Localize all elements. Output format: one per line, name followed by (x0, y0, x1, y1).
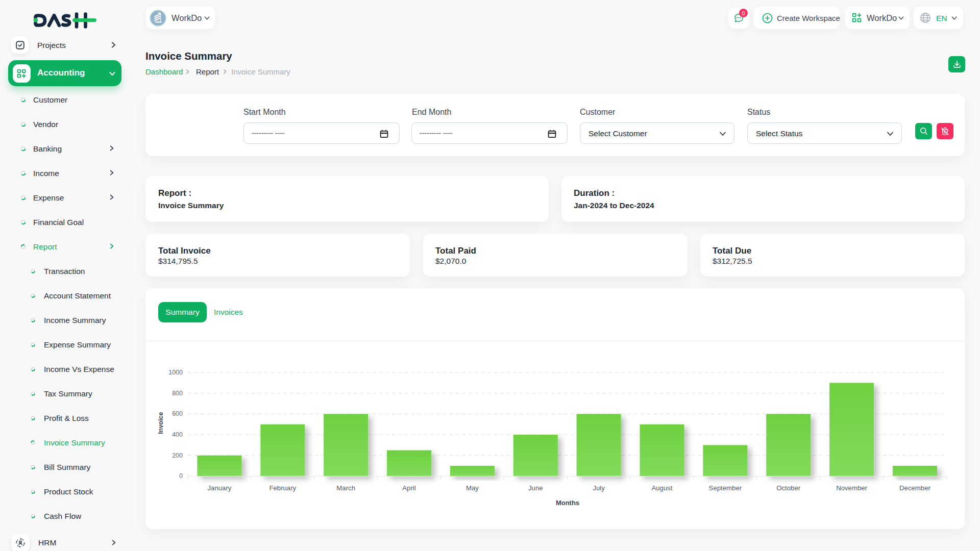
svg-text:January: January (207, 484, 231, 492)
svg-text:600: 600 (172, 410, 183, 417)
svg-text:May: May (466, 484, 479, 492)
svg-text:Invoice: Invoice (157, 412, 164, 434)
svg-text:December: December (899, 484, 930, 492)
svg-text:200: 200 (172, 452, 183, 459)
svg-text:November: November (836, 484, 867, 492)
svg-text:Months: Months (556, 499, 579, 507)
svg-text:October: October (776, 484, 801, 492)
svg-text:February: February (269, 484, 296, 492)
svg-text:800: 800 (172, 390, 183, 397)
svg-text:June: June (528, 484, 543, 492)
svg-text:July: July (593, 484, 605, 492)
svg-text:0: 0 (179, 472, 183, 480)
svg-text:March: March (336, 484, 355, 492)
svg-text:400: 400 (172, 431, 183, 438)
svg-text:April: April (402, 484, 415, 492)
svg-text:September: September (709, 484, 742, 492)
svg-text:August: August (651, 484, 672, 492)
svg-text:1000: 1000 (168, 369, 183, 376)
